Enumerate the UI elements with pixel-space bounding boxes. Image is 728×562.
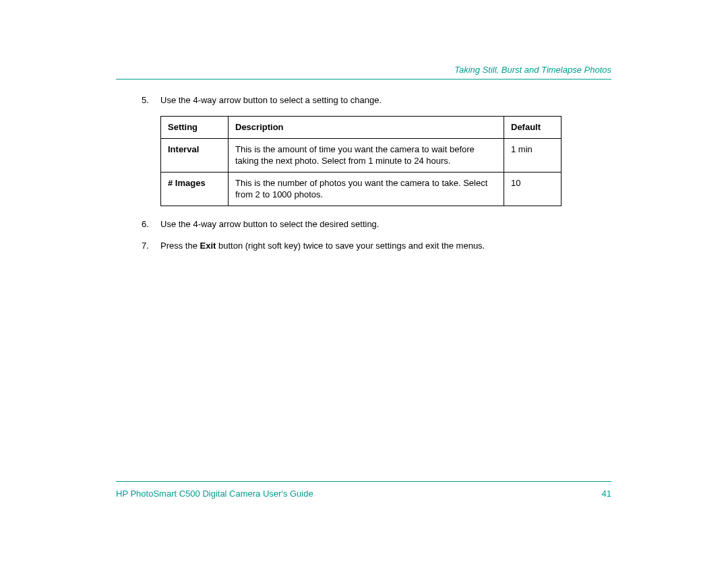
step-text: Press the Exit button (right soft key) t… <box>160 240 611 252</box>
step-prefix: Press the <box>160 241 200 251</box>
step-text: Use the 4-way arrow button to select a s… <box>160 94 611 106</box>
cell-default: 1 min <box>504 138 562 172</box>
page-content: 5. Use the 4-way arrow button to select … <box>142 94 611 261</box>
step-number: 6. <box>142 218 160 230</box>
table-header-row: Setting Description Default <box>161 117 562 139</box>
cell-setting: # Images <box>161 172 229 206</box>
step-6: 6. Use the 4-way arrow button to select … <box>142 218 611 230</box>
step-number: 5. <box>142 94 160 106</box>
step-text: Use the 4-way arrow button to select the… <box>160 218 611 230</box>
page-number: 41 <box>602 489 611 499</box>
page-footer: HP PhotoSmart C500 Digital Camera User's… <box>116 481 611 499</box>
step-5: 5. Use the 4-way arrow button to select … <box>142 94 611 106</box>
document-page: Taking Still, Burst and Timelapse Photos… <box>0 0 728 562</box>
exit-button-label: Exit <box>200 241 216 251</box>
step-suffix: button (right soft key) twice to save yo… <box>216 241 485 251</box>
table-row: Interval This is the amount of time you … <box>161 138 562 172</box>
settings-table: Setting Description Default Interval Thi… <box>160 116 562 206</box>
table-row: # Images This is the number of photos yo… <box>161 172 562 206</box>
step-7: 7. Press the Exit button (right soft key… <box>142 240 611 252</box>
cell-setting: Interval <box>161 138 229 172</box>
guide-title: HP PhotoSmart C500 Digital Camera User's… <box>116 489 313 499</box>
page-header: Taking Still, Burst and Timelapse Photos <box>116 65 611 80</box>
cell-description: This is the number of photos you want th… <box>229 172 504 206</box>
section-title: Taking Still, Burst and Timelapse Photos <box>454 65 611 75</box>
header-description: Description <box>229 117 504 139</box>
cell-default: 10 <box>504 172 562 206</box>
header-setting: Setting <box>161 117 229 139</box>
step-number: 7. <box>142 240 160 252</box>
cell-description: This is the amount of time you want the … <box>229 138 504 172</box>
header-default: Default <box>504 117 562 139</box>
